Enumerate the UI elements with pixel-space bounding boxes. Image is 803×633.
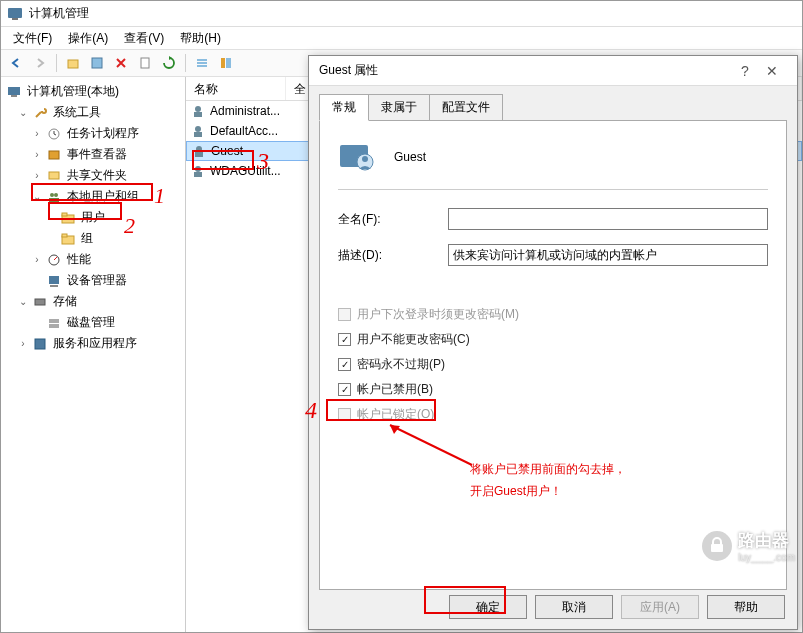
nav-forward-icon[interactable] [29, 52, 51, 74]
tree-users[interactable]: 用户 [3, 207, 183, 228]
svg-rect-36 [194, 172, 202, 177]
tools-icon [32, 105, 48, 121]
cancel-button[interactable]: 取消 [535, 595, 613, 619]
svg-rect-7 [197, 65, 207, 67]
svg-rect-0 [8, 8, 22, 18]
delete-icon[interactable] [110, 52, 132, 74]
apply-button[interactable]: 应用(A) [621, 595, 699, 619]
svg-rect-4 [141, 58, 149, 68]
svg-point-35 [195, 166, 201, 172]
help-button[interactable]: 帮助 [707, 595, 785, 619]
svg-rect-19 [62, 213, 67, 216]
tree-groups[interactable]: 组 [3, 228, 183, 249]
svg-rect-21 [62, 234, 67, 237]
detail-icon[interactable] [215, 52, 237, 74]
storage-icon [32, 294, 48, 310]
svg-rect-13 [49, 151, 59, 159]
svg-rect-8 [221, 58, 225, 68]
event-icon [46, 147, 62, 163]
tab-body: Guest 全名(F): 描述(D): 用户下次登录时须更改密码(M) 用户不能… [319, 120, 787, 590]
checkbox-never-expires[interactable]: 密码永不过期(P) [338, 356, 768, 373]
checkbox-icon[interactable] [338, 383, 351, 396]
collapse-icon[interactable]: ⌄ [17, 296, 29, 307]
col-name[interactable]: 名称 [186, 77, 286, 100]
tree-services-apps[interactable]: › 服务和应用程序 [3, 333, 183, 354]
tree-performance[interactable]: › 性能 [3, 249, 183, 270]
svg-point-16 [54, 193, 58, 197]
checkbox-account-disabled[interactable]: 帐户已禁用(B) [338, 381, 768, 398]
menu-view[interactable]: 查看(V) [116, 28, 172, 49]
svg-rect-27 [49, 324, 59, 328]
user-icon [190, 103, 206, 119]
expand-icon[interactable]: › [31, 254, 43, 265]
up-icon[interactable] [62, 52, 84, 74]
tree-system-tools[interactable]: ⌄ 系统工具 [3, 102, 183, 123]
tree-shared-folders[interactable]: › 共享文件夹 [3, 165, 183, 186]
refresh-icon[interactable] [158, 52, 180, 74]
nav-back-icon[interactable] [5, 52, 27, 74]
expand-icon[interactable]: › [17, 338, 29, 349]
dialog-username: Guest [394, 150, 426, 164]
menu-file[interactable]: 文件(F) [5, 28, 60, 49]
menu-action[interactable]: 操作(A) [60, 28, 116, 49]
checkbox-account-locked: 帐户已锁定(O) [338, 406, 768, 423]
tree-task-scheduler[interactable]: › 任务计划程序 [3, 123, 183, 144]
svg-point-39 [362, 156, 368, 162]
svg-point-33 [196, 146, 202, 152]
svg-point-31 [195, 126, 201, 132]
checkbox-cannot-change[interactable]: 用户不能更改密码(C) [338, 331, 768, 348]
tree-root[interactable]: 计算机管理(本地) [3, 81, 183, 102]
desc-label: 描述(D): [338, 247, 448, 264]
watermark-sub: luy____.com [738, 552, 795, 563]
svg-rect-6 [197, 62, 207, 64]
svg-rect-17 [49, 198, 59, 202]
list-icon[interactable] [191, 52, 213, 74]
fullname-label: 全名(F): [338, 211, 448, 228]
svg-rect-30 [194, 112, 202, 117]
tab-memberof[interactable]: 隶属于 [368, 94, 430, 121]
menu-help[interactable]: 帮助(H) [172, 28, 229, 49]
checkbox-icon[interactable] [338, 358, 351, 371]
watermark-logo-icon [702, 531, 732, 561]
tab-general[interactable]: 常规 [319, 94, 369, 121]
checkbox-icon[interactable] [338, 333, 351, 346]
tree-local-users[interactable]: ⌄ 本地用户和组 [3, 186, 183, 207]
tab-profile[interactable]: 配置文件 [429, 94, 503, 121]
collapse-icon[interactable]: ⌄ [17, 107, 29, 118]
svg-rect-9 [226, 58, 231, 68]
user-icon [190, 163, 206, 179]
user-icon [191, 143, 207, 159]
watermark: 路由器 luy____.com [702, 529, 795, 563]
expand-icon[interactable]: › [31, 149, 43, 160]
folder-icon [60, 210, 76, 226]
collapse-icon[interactable]: ⌄ [31, 191, 43, 202]
svg-rect-23 [49, 276, 59, 284]
menubar: 文件(F) 操作(A) 查看(V) 帮助(H) [1, 27, 802, 49]
help-icon[interactable]: ? [733, 63, 757, 79]
expand-icon[interactable]: › [31, 128, 43, 139]
svg-rect-10 [8, 87, 20, 95]
disk-icon [46, 315, 62, 331]
svg-rect-2 [68, 60, 78, 68]
svg-rect-34 [195, 152, 203, 157]
tree-device-manager[interactable]: 设备管理器 [3, 270, 183, 291]
svg-rect-24 [50, 285, 58, 287]
device-icon [46, 273, 62, 289]
properties-icon[interactable] [86, 52, 108, 74]
svg-rect-25 [35, 299, 45, 305]
tree-event-viewer[interactable]: › 事件查看器 [3, 144, 183, 165]
ok-button[interactable]: 确定 [449, 595, 527, 619]
computer-icon [6, 84, 22, 100]
checkbox-icon [338, 408, 351, 421]
tree-storage[interactable]: ⌄ 存储 [3, 291, 183, 312]
fullname-input[interactable] [448, 208, 768, 230]
titlebar: 计算机管理 [1, 1, 802, 27]
close-icon[interactable]: ✕ [757, 63, 787, 79]
sheet-icon[interactable] [134, 52, 156, 74]
tree-disk-mgmt[interactable]: 磁盘管理 [3, 312, 183, 333]
svg-point-29 [195, 106, 201, 112]
desc-input[interactable] [448, 244, 768, 266]
expand-icon[interactable]: › [31, 170, 43, 181]
watermark-title: 路由器 [738, 529, 795, 552]
svg-rect-40 [711, 544, 723, 552]
